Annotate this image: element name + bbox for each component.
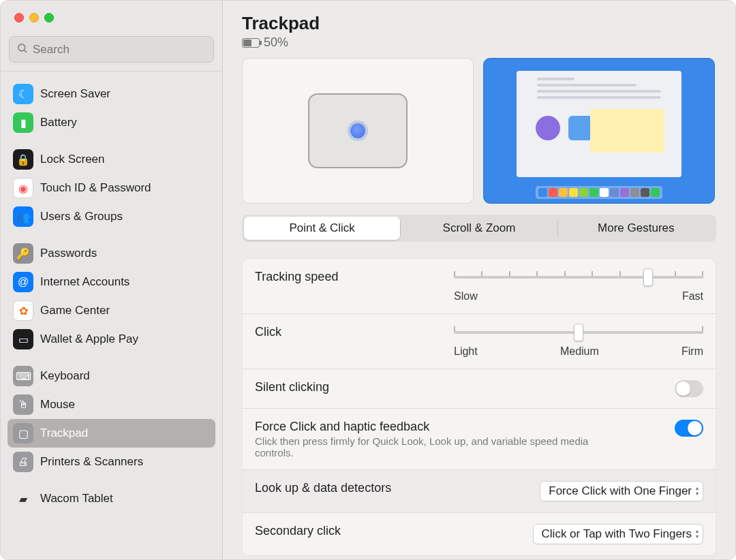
sidebar-item[interactable]: @Internet Accounts [7,268,215,296]
tracking-slow-label: Slow [454,290,478,302]
sidebar-item-label: Screen Saver [40,87,110,101]
tab[interactable]: Scroll & Zoom [401,217,557,240]
tab-bar: Point & ClickScroll & ZoomMore Gestures [242,215,716,242]
sidebar-item-label: Keyboard [40,369,90,383]
sidebar-item-icon: @ [13,272,33,292]
sidebar-item[interactable]: ▮Battery [7,108,215,137]
force-click-toggle[interactable] [675,420,703,437]
settings-list: Tracking speed Slow Fast [242,258,716,556]
trackpad-preview [242,58,474,204]
tracking-speed-slider[interactable] [454,270,703,285]
sidebar-item-icon: ⌨ [13,366,33,386]
sidebar-item[interactable]: 🖨Printers & Scanners [7,448,215,476]
chevron-up-down-icon: ▴▾ [696,486,699,497]
page-title: Trackpad [242,13,716,34]
tab[interactable]: More Gestures [558,217,714,240]
sidebar-item-icon: ☾ [13,84,33,104]
sidebar-item-icon: ▮ [13,112,33,133]
click-label: Click [255,325,440,339]
sidebar-item-label: Wacom Tablet [40,492,113,505]
force-click-label: Force Click and haptic feedback [255,420,661,434]
trackpad-icon [308,93,408,168]
sidebar-item[interactable]: ☾Screen Saver [7,80,215,108]
sidebar-item-label: Mouse [40,398,75,411]
gesture-preview [483,58,715,204]
zoom-window-button[interactable] [44,13,54,22]
secondary-click-value: Click or Tap with Two Fingers [542,527,692,541]
sidebar-item[interactable]: ✿Game Center [7,296,215,325]
sidebar-item-label: Passwords [40,247,97,260]
sidebar-item[interactable]: ◉Touch ID & Password [7,174,215,202]
force-click-desc: Click then press firmly for Quick Look, … [255,435,623,458]
sidebar-item-label: Users & Groups [40,210,123,223]
svg-line-1 [24,50,27,52]
secondary-click-popup[interactable]: Click or Tap with Two Fingers ▴▾ [533,524,703,544]
secondary-click-label: Secondary click [255,524,519,538]
row-secondary-click: Secondary click Click or Tap with Two Fi… [243,512,716,555]
sidebar-item-icon: 🖱 [13,394,33,415]
row-silent-clicking: Silent clicking [243,369,716,408]
sidebar-item-icon: 🖨 [13,452,33,472]
row-tracking-speed: Tracking speed Slow Fast [243,259,716,313]
sidebar-item-label: Battery [40,116,77,129]
sidebar-item[interactable]: 🖱Mouse [7,390,215,419]
window-controls [1,1,222,28]
sidebar-item[interactable]: 🔒Lock Screen [7,145,215,174]
svg-point-0 [18,44,25,51]
chevron-up-down-icon: ▴▾ [696,529,699,540]
sidebar-item-icon: ▭ [13,329,33,349]
click-slider[interactable] [454,325,703,340]
sidebar-item[interactable]: ▭Wallet & Apple Pay [7,325,215,354]
content-pane: Trackpad 50% Point & ClickScrol [223,1,735,559]
click-medium-label: Medium [560,345,599,358]
click-light-label: Light [454,345,478,358]
silent-clicking-label: Silent clicking [255,380,661,394]
look-up-value: Force Click with One Finger [549,484,692,498]
minimize-window-button[interactable] [29,13,39,22]
sidebar-item[interactable]: ⌨Keyboard [7,362,215,390]
look-up-label: Look up & data detectors [255,481,526,495]
battery-percent: 50% [264,35,288,50]
sidebar-item-label: Printers & Scanners [40,455,143,469]
sidebar-item[interactable]: 👥Users & Groups [7,202,215,231]
sidebar-item-label: Lock Screen [40,153,105,166]
silent-clicking-toggle[interactable] [675,380,703,397]
row-click: Click Light Medium Firm [243,313,716,369]
battery-status: 50% [242,35,716,50]
sidebar-item-label: Wallet & Apple Pay [40,332,138,346]
tracking-speed-label: Tracking speed [255,270,440,284]
click-firm-label: Firm [681,345,703,358]
sidebar-list[interactable]: ☾Screen Saver▮Battery🔒Lock Screen◉Touch … [1,72,222,559]
demo-dock [536,186,662,199]
sidebar-item-label: Internet Accounts [40,275,129,289]
sidebar-item-icon: ▰ [13,488,33,509]
sidebar-item[interactable]: ▰Wacom Tablet [7,484,215,513]
tracking-fast-label: Fast [682,290,703,302]
search-input[interactable] [33,43,206,57]
sidebar-item[interactable]: 🔑Passwords [7,239,215,268]
sidebar-item-icon: 🔑 [13,243,33,264]
sidebar-item-icon: ▢ [13,423,33,444]
battery-icon [242,38,260,48]
sidebar-item-icon: 👥 [13,206,33,227]
sidebar-item-label: Trackpad [40,426,88,440]
sidebar-item-label: Touch ID & Password [40,181,151,195]
sidebar-item-label: Game Center [40,304,110,317]
sidebar-item-icon: ✿ [13,300,33,321]
tab[interactable]: Point & Click [244,217,400,240]
close-window-button[interactable] [14,13,24,22]
sidebar: ☾Screen Saver▮Battery🔒Lock Screen◉Touch … [1,1,223,559]
look-up-popup[interactable]: Force Click with One Finger ▴▾ [540,481,703,501]
sidebar-item[interactable]: ▢Trackpad [7,419,215,448]
row-force-click: Force Click and haptic feedback Click th… [243,408,716,469]
search-field[interactable] [9,36,214,63]
sidebar-item-icon: ◉ [13,178,33,198]
touch-point-icon [350,123,365,138]
search-icon [16,42,29,57]
sidebar-item-icon: 🔒 [13,149,33,170]
row-look-up: Look up & data detectors Force Click wit… [243,469,716,512]
